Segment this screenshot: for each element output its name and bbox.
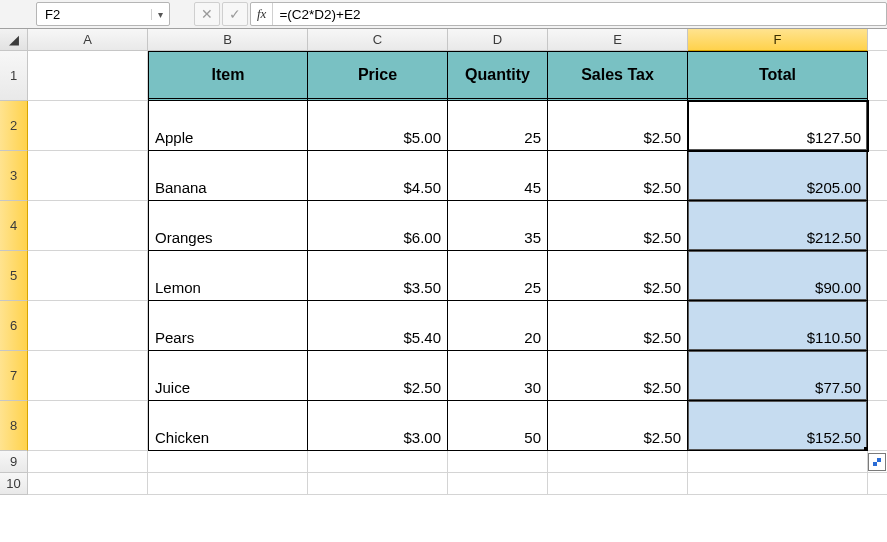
cell-qty-3[interactable]: 45	[448, 151, 548, 201]
row-header-5[interactable]: 5	[0, 251, 28, 301]
cell-empty-9-1[interactable]	[148, 451, 308, 473]
row-header-10[interactable]: 10	[0, 473, 28, 495]
cell-item-2[interactable]: Apple	[148, 101, 308, 151]
cell-item-6[interactable]: Pears	[148, 301, 308, 351]
row-header-8[interactable]: 8	[0, 401, 28, 451]
col-header-B[interactable]: B	[148, 29, 308, 51]
cell-tax-7[interactable]: $2.50	[548, 351, 688, 401]
cell-A8[interactable]	[28, 401, 148, 451]
cell-total-4[interactable]: $212.50	[688, 201, 868, 251]
cell-A1[interactable]	[28, 51, 148, 101]
accept-formula-button: ✓	[222, 2, 248, 26]
cell-empty-9-5[interactable]	[688, 451, 868, 473]
cell-gutter-7	[868, 351, 887, 401]
cell-total-7[interactable]: $77.50	[688, 351, 868, 401]
cell-total-8[interactable]: $152.50	[688, 401, 868, 451]
row-header-6[interactable]: 6	[0, 301, 28, 351]
row-header-7[interactable]: 7	[0, 351, 28, 401]
cell-qty-5[interactable]: 25	[448, 251, 548, 301]
col-header-A[interactable]: A	[28, 29, 148, 51]
cell-empty-10-2[interactable]	[308, 473, 448, 495]
cell-price-2[interactable]: $5.00	[308, 101, 448, 151]
cell-qty-2[interactable]: 25	[448, 101, 548, 151]
cell-item-5[interactable]: Lemon	[148, 251, 308, 301]
cell-item-4[interactable]: Oranges	[148, 201, 308, 251]
header-total[interactable]: Total	[688, 51, 868, 101]
cell-tax-3[interactable]: $2.50	[548, 151, 688, 201]
cell-gutter-8	[868, 401, 887, 451]
formula-input[interactable]	[273, 7, 886, 22]
cell-gutter-5	[868, 251, 887, 301]
cell-tax-8[interactable]: $2.50	[548, 401, 688, 451]
cell-A4[interactable]	[28, 201, 148, 251]
row-header-3[interactable]: 3	[0, 151, 28, 201]
cell-A5[interactable]	[28, 251, 148, 301]
cell-total-2[interactable]: $127.50	[688, 101, 868, 151]
cell-tax-2[interactable]: $2.50	[548, 101, 688, 151]
cell-total-5[interactable]: $90.00	[688, 251, 868, 301]
cell-gutter-2	[868, 101, 887, 151]
cell-price-5[interactable]: $3.50	[308, 251, 448, 301]
cell-qty-8[interactable]: 50	[448, 401, 548, 451]
cell-price-3[interactable]: $4.50	[308, 151, 448, 201]
row-header-1[interactable]: 1	[0, 51, 28, 101]
col-header-E[interactable]: E	[548, 29, 688, 51]
chevron-down-icon[interactable]: ▾	[151, 9, 169, 20]
cell-item-8[interactable]: Chicken	[148, 401, 308, 451]
col-gutter	[868, 29, 887, 51]
cell-qty-7[interactable]: 30	[448, 351, 548, 401]
cell-total-3[interactable]: $205.00	[688, 151, 868, 201]
cell-empty-10-0[interactable]	[28, 473, 148, 495]
cell-empty-10-4[interactable]	[548, 473, 688, 495]
cell-price-6[interactable]: $5.40	[308, 301, 448, 351]
header-price[interactable]: Price	[308, 51, 448, 101]
cell-gutter-9	[868, 451, 887, 473]
row-header-9[interactable]: 9	[0, 451, 28, 473]
header-qty[interactable]: Quantity	[448, 51, 548, 101]
col-header-C[interactable]: C	[308, 29, 448, 51]
cell-price-4[interactable]: $6.00	[308, 201, 448, 251]
formula-input-wrap[interactable]: fx	[250, 2, 887, 26]
cell-empty-9-0[interactable]	[28, 451, 148, 473]
fx-icon[interactable]: fx	[251, 3, 273, 25]
cell-tax-5[interactable]: $2.50	[548, 251, 688, 301]
cell-total-6[interactable]: $110.50	[688, 301, 868, 351]
cell-A6[interactable]	[28, 301, 148, 351]
header-tax[interactable]: Sales Tax	[548, 51, 688, 101]
cell-empty-9-3[interactable]	[448, 451, 548, 473]
cell-A7[interactable]	[28, 351, 148, 401]
cell-empty-9-2[interactable]	[308, 451, 448, 473]
cell-gutter-6	[868, 301, 887, 351]
cancel-formula-button: ✕	[194, 2, 220, 26]
cell-gutter-4	[868, 201, 887, 251]
select-all-corner[interactable]: ◢	[0, 29, 28, 51]
cell-item-3[interactable]: Banana	[148, 151, 308, 201]
col-header-D[interactable]: D	[448, 29, 548, 51]
name-box-value: F2	[37, 7, 151, 22]
cell-A3[interactable]	[28, 151, 148, 201]
cell-qty-6[interactable]: 20	[448, 301, 548, 351]
cell-A2[interactable]	[28, 101, 148, 151]
col-header-F[interactable]: F	[688, 29, 868, 51]
cell-gutter-3	[868, 151, 887, 201]
cell-empty-9-4[interactable]	[548, 451, 688, 473]
cell-price-8[interactable]: $3.00	[308, 401, 448, 451]
cell-gutter-1	[868, 51, 887, 101]
autofill-options-icon[interactable]	[868, 453, 886, 471]
row-header-4[interactable]: 4	[0, 201, 28, 251]
cell-tax-4[interactable]: $2.50	[548, 201, 688, 251]
cell-price-7[interactable]: $2.50	[308, 351, 448, 401]
row-header-2[interactable]: 2	[0, 101, 28, 151]
cell-empty-10-1[interactable]	[148, 473, 308, 495]
cell-item-7[interactable]: Juice	[148, 351, 308, 401]
cell-qty-4[interactable]: 35	[448, 201, 548, 251]
cell-tax-6[interactable]: $2.50	[548, 301, 688, 351]
formula-bar: F2 ▾ ✕ ✓ fx	[0, 0, 887, 29]
header-item[interactable]: Item	[148, 51, 308, 101]
name-box[interactable]: F2 ▾	[36, 2, 170, 26]
cell-empty-10-3[interactable]	[448, 473, 548, 495]
spreadsheet-grid[interactable]: ◢ A B C D E F 1 Item Price Quantity Sale…	[0, 29, 887, 495]
cell-empty-10-5[interactable]	[688, 473, 868, 495]
cell-gutter-10	[868, 473, 887, 495]
